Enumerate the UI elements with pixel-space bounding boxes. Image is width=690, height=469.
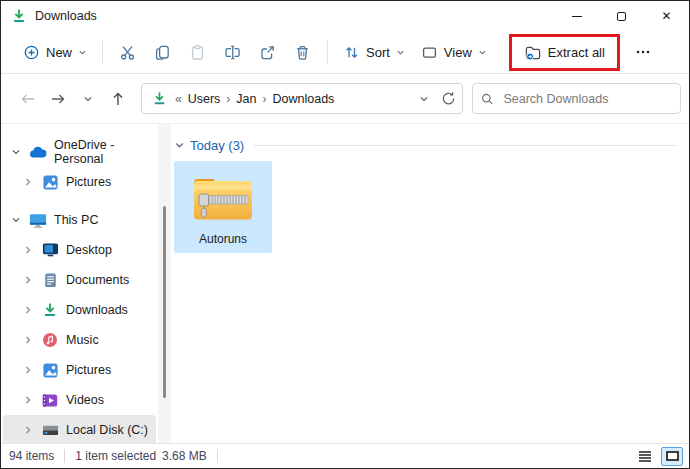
onedrive-cloud-icon: [29, 143, 47, 161]
arrow-right-icon: [50, 91, 66, 107]
close-icon: ✕: [661, 10, 671, 22]
new-button[interactable]: New: [15, 38, 95, 67]
downloads-icon: [41, 301, 59, 319]
extract-folder-icon: [524, 44, 542, 61]
documents-icon: [41, 271, 59, 289]
status-bar: 94 items 1 item selected 3.68 MB: [1, 443, 689, 468]
minimize-button[interactable]: [554, 1, 599, 31]
toolbar-separator: [327, 41, 328, 63]
close-button[interactable]: ✕: [644, 1, 689, 31]
chevron-right-icon[interactable]: [21, 365, 35, 375]
file-explorer-window: Downloads ✕ New: [0, 0, 690, 469]
rename-button[interactable]: [215, 37, 250, 68]
recent-locations-button[interactable]: [73, 84, 103, 114]
downloads-folder-icon: [11, 8, 27, 24]
window-controls: ✕: [554, 1, 689, 31]
sidebar-item-local-disk-c[interactable]: Local Disk (C:): [3, 415, 156, 443]
navigation-pane: OneDrive - PersonalPicturesThis PCDeskto…: [1, 124, 158, 443]
up-button[interactable]: [103, 84, 133, 114]
chevron-down-icon[interactable]: [9, 147, 23, 157]
group-divider-line: [254, 145, 677, 146]
sidebar-item-label: Downloads: [66, 303, 128, 317]
extract-all-button[interactable]: Extract all: [516, 38, 613, 67]
status-separator: [217, 449, 218, 463]
view-toggles: [634, 447, 683, 466]
paste-button[interactable]: [180, 37, 215, 68]
see-more-button[interactable]: [626, 37, 660, 67]
toolbar-separator: [102, 41, 103, 63]
sidebar-item-pictures[interactable]: Pictures: [3, 355, 156, 385]
chevron-down-icon: [78, 48, 87, 57]
address-dropdown-icon[interactable]: [419, 94, 429, 104]
share-button[interactable]: [250, 37, 285, 68]
chevron-right-icon[interactable]: [21, 335, 35, 345]
copy-button[interactable]: [145, 37, 180, 68]
arrow-left-icon: [20, 91, 36, 107]
sidebar-item-downloads[interactable]: Downloads: [3, 295, 156, 325]
chevron-right-icon[interactable]: [21, 425, 35, 435]
chevron-right-icon[interactable]: [21, 305, 35, 315]
address-bar[interactable]: « Users › Jan › Downloads: [141, 83, 463, 114]
sidebar-item-desktop[interactable]: Desktop: [3, 235, 156, 265]
sidebar-item-onedrive-personal[interactable]: OneDrive - Personal: [3, 137, 156, 167]
navigation-scrollbar[interactable]: [158, 124, 171, 443]
refresh-icon[interactable]: [441, 91, 456, 106]
scissors-icon: [119, 44, 136, 61]
chevron-down-icon: [396, 48, 405, 57]
selection-count: 1 item selected: [75, 449, 156, 463]
details-view-button[interactable]: [634, 447, 656, 466]
sidebar-item-label: OneDrive - Personal: [54, 138, 156, 166]
breadcrumb-segment-users[interactable]: Users: [184, 90, 225, 108]
address-row: « Users › Jan › Downloads: [1, 74, 689, 124]
back-button[interactable]: [13, 84, 43, 114]
chevron-down-icon[interactable]: [9, 215, 23, 225]
details-view-icon: [639, 451, 651, 462]
window-title: Downloads: [35, 9, 97, 23]
chevron-right-icon[interactable]: [21, 177, 35, 187]
videos-icon: [41, 391, 59, 409]
sidebar-item-label: Documents: [66, 273, 129, 287]
sidebar-item-documents[interactable]: Documents: [3, 265, 156, 295]
arrow-up-icon: [110, 91, 126, 107]
sort-button-label: Sort: [366, 45, 390, 60]
delete-button[interactable]: [285, 37, 320, 68]
sidebar-item-music[interactable]: Music: [3, 325, 156, 355]
items-count: 94 items: [9, 449, 54, 463]
trash-icon: [294, 44, 311, 61]
breadcrumb-segment-downloads[interactable]: Downloads: [269, 90, 339, 108]
large-icons-view-button[interactable]: [661, 447, 683, 466]
breadcrumb-separator-icon: ›: [261, 92, 269, 106]
music-icon: [41, 331, 59, 349]
sidebar-item-label: Music: [66, 333, 99, 347]
chevron-down-icon: [478, 48, 487, 57]
group-header-label: Today (3): [190, 138, 244, 153]
red-annotation-box: Extract all: [509, 34, 620, 71]
content-area: OneDrive - PersonalPicturesThis PCDeskto…: [1, 124, 689, 443]
sidebar-item-label: Local Disk (C:): [66, 423, 148, 437]
sidebar-item-label: Pictures: [66, 363, 111, 377]
this-pc-icon: [29, 211, 47, 229]
sidebar-item-videos[interactable]: Videos: [3, 385, 156, 415]
chevron-right-icon[interactable]: [21, 395, 35, 405]
sidebar-item-pictures[interactable]: Pictures: [3, 167, 156, 197]
group-header-today[interactable]: Today (3): [174, 138, 677, 153]
cut-button[interactable]: [110, 37, 145, 68]
chevron-right-icon[interactable]: [21, 245, 35, 255]
forward-button[interactable]: [43, 84, 73, 114]
status-separator: [64, 449, 65, 463]
sort-button[interactable]: Sort: [335, 38, 413, 67]
file-item-autoruns[interactable]: Autoruns: [174, 161, 272, 253]
search-input[interactable]: [501, 91, 672, 107]
copy-icon: [154, 44, 171, 61]
selection-size: 3.68 MB: [162, 449, 207, 463]
extract-all-label: Extract all: [548, 45, 605, 60]
maximize-button[interactable]: [599, 1, 644, 31]
chevron-right-icon[interactable]: [21, 275, 35, 285]
view-button[interactable]: View: [413, 38, 495, 67]
sidebar-item-this-pc[interactable]: This PC: [3, 205, 156, 235]
breadcrumb-collapsed-icon[interactable]: «: [173, 92, 184, 106]
file-list-pane: Today (3): [158, 124, 689, 443]
chevron-down-icon: [174, 140, 185, 151]
breadcrumb-segment-jan[interactable]: Jan: [232, 90, 260, 108]
scrollbar-thumb[interactable]: [163, 206, 166, 398]
